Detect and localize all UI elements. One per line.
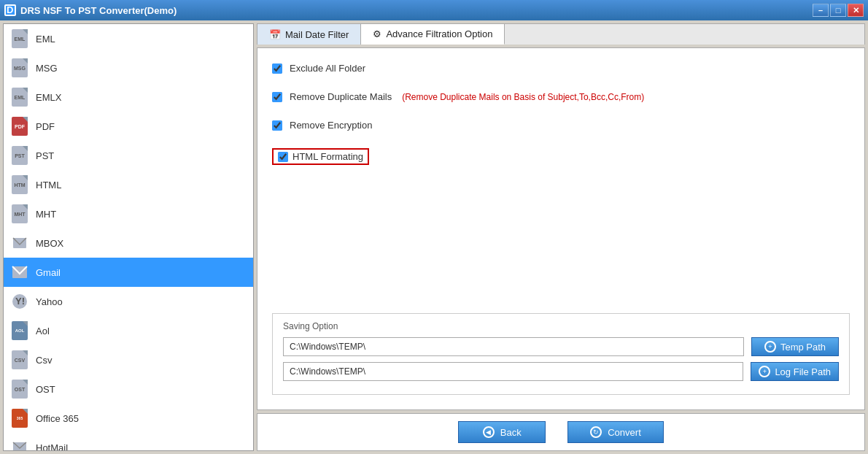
sidebar-label-eml: EML <box>36 34 55 45</box>
sidebar-item-office365[interactable]: 365 Office 365 <box>4 404 253 433</box>
back-button-label: Back <box>500 427 522 438</box>
exclude-all-folder-checkbox[interactable] <box>272 64 282 74</box>
sidebar-label-emlx: EMLX <box>36 92 61 103</box>
log-file-path-button[interactable]: + Log File Path <box>751 362 839 381</box>
msg-icon: MSG <box>11 58 28 78</box>
sidebar-item-pdf[interactable]: PDF PDF <box>4 112 253 141</box>
tab-mail-date-filter[interactable]: 📅 Mail Date Filter <box>257 24 361 45</box>
close-button[interactable]: ✕ <box>848 4 864 17</box>
mbox-icon <box>11 233 28 253</box>
sidebar-label-msg: MSG <box>36 63 58 74</box>
tab-bar: 📅 Mail Date Filter ⚙ Advance Filtration … <box>257 23 865 45</box>
saving-title: Saving Option <box>283 321 839 331</box>
maximize-button[interactable]: □ <box>830 4 846 17</box>
sidebar-item-html[interactable]: HTM HTML <box>4 170 253 199</box>
remove-encryption-label: Remove Encryption <box>290 120 372 131</box>
sidebar-label-pdf: PDF <box>36 121 55 132</box>
main-panel: Exclude All Folder Remove Duplicate Mail… <box>257 47 865 410</box>
sidebar-item-emlx[interactable]: EML EMLX <box>4 82 253 112</box>
exclude-all-folder-label: Exclude All Folder <box>290 63 365 74</box>
convert-button[interactable]: ↻ Convert <box>567 421 664 443</box>
remove-encryption-checkbox[interactable] <box>272 120 282 131</box>
tab-advance-filtration[interactable]: ⚙ Advance Filtration Option <box>361 24 505 45</box>
log-file-path-input[interactable] <box>283 362 743 381</box>
sidebar-label-csv: Csv <box>36 355 52 366</box>
sidebar-label-ost: OST <box>36 384 55 395</box>
log-file-path-button-label: Log File Path <box>775 366 831 377</box>
remove-duplicate-mails-hint: (Remove Duplicate Mails on Basis of Subj… <box>402 92 644 102</box>
app-icon: D <box>4 4 16 16</box>
temp-path-input[interactable] <box>283 337 744 356</box>
svg-text:D: D <box>7 6 13 15</box>
office365-icon: 365 <box>11 408 28 428</box>
sidebar-item-hotmail[interactable]: HotMail <box>4 433 253 451</box>
sidebar-label-pst: PST <box>36 150 54 161</box>
sidebar-label-yahoo: Yahoo <box>36 296 63 307</box>
emlx-icon: EML <box>11 87 28 107</box>
main-container: EML EML MSG MSG EML EMLX PDF PDF PST <box>0 20 868 454</box>
sidebar-item-aol[interactable]: AOL Aol <box>4 316 253 345</box>
remove-duplicate-mails-label: Remove Duplicate Mails <box>290 91 392 102</box>
html-formatting-label: HTML Formating <box>292 151 363 162</box>
sidebar-label-aol: Aol <box>36 326 50 336</box>
remove-duplicate-mails-row: Remove Duplicate Mails (Remove Duplicate… <box>272 91 850 102</box>
convert-icon: ↻ <box>590 426 602 438</box>
sidebar: EML EML MSG MSG EML EMLX PDF PDF PST <box>3 23 254 451</box>
temp-path-row: + Temp Path <box>283 337 839 356</box>
mht-icon: MHT <box>11 204 28 224</box>
title-bar-text: DRS NSF To PST Converter(Demo) <box>20 5 177 16</box>
bottom-bar: ◀ Back ↻ Convert <box>257 413 865 451</box>
remove-encryption-row: Remove Encryption <box>272 120 850 131</box>
aol-icon: AOL <box>11 320 28 341</box>
html-formatting-checkbox[interactable] <box>278 152 288 162</box>
tab-mail-date-label: Mail Date Filter <box>285 29 349 40</box>
sidebar-label-gmail: Gmail <box>36 267 61 278</box>
sidebar-item-pst[interactable]: PST PST <box>4 141 253 170</box>
sidebar-label-office365: Office 365 <box>36 413 79 424</box>
html-icon: HTM <box>11 174 28 195</box>
sidebar-label-html: HTML <box>36 180 61 191</box>
minimize-button[interactable]: – <box>813 4 829 17</box>
back-button[interactable]: ◀ Back <box>458 421 546 443</box>
exclude-all-folder-row: Exclude All Folder <box>272 63 850 74</box>
window-controls: – □ ✕ <box>813 4 864 17</box>
title-bar: D DRS NSF To PST Converter(Demo) – □ ✕ <box>0 0 868 20</box>
eml-icon: EML <box>11 28 28 49</box>
html-formatting-row: HTML Formating <box>272 148 850 165</box>
sidebar-item-ost[interactable]: OST OST <box>4 374 253 404</box>
temp-path-button[interactable]: + Temp Path <box>751 337 839 356</box>
yahoo-icon: Y! <box>11 291 28 312</box>
sidebar-item-gmail[interactable]: Gmail <box>4 258 253 287</box>
pdf-icon: PDF <box>11 116 28 136</box>
ost-icon: OST <box>11 379 28 399</box>
sidebar-item-mht[interactable]: MHT MHT <box>4 199 253 228</box>
pst-icon: PST <box>11 145 28 166</box>
options-area: Exclude All Folder Remove Duplicate Mail… <box>272 63 850 299</box>
saving-section: Saving Option + Temp Path + Log File Pat… <box>272 313 850 395</box>
sidebar-item-yahoo[interactable]: Y! Yahoo <box>4 287 253 316</box>
sidebar-label-mht: MHT <box>36 209 56 220</box>
temp-path-circle-icon: + <box>764 341 776 353</box>
sidebar-label-hotmail: HotMail <box>36 442 68 452</box>
svg-text:Y!: Y! <box>15 296 25 307</box>
right-content: 📅 Mail Date Filter ⚙ Advance Filtration … <box>257 23 865 451</box>
convert-button-label: Convert <box>608 427 641 438</box>
back-icon: ◀ <box>483 426 495 438</box>
sidebar-item-eml[interactable]: EML EML <box>4 24 253 53</box>
tab-advance-icon: ⚙ <box>373 28 381 39</box>
html-formatting-box: HTML Formating <box>272 148 369 165</box>
sidebar-item-msg[interactable]: MSG MSG <box>4 53 253 82</box>
csv-icon: CSV <box>11 350 28 370</box>
sidebar-label-mbox: MBOX <box>36 238 63 249</box>
log-file-path-row: + Log File Path <box>283 362 839 381</box>
log-file-path-circle-icon: + <box>759 366 770 377</box>
sidebar-item-mbox[interactable]: MBOX <box>4 228 253 258</box>
sidebar-item-csv[interactable]: CSV Csv <box>4 345 253 374</box>
tab-mail-date-icon: 📅 <box>269 29 281 40</box>
temp-path-button-label: Temp Path <box>780 342 826 353</box>
hotmail-icon <box>11 437 28 451</box>
tab-advance-label: Advance Filtration Option <box>386 28 492 39</box>
gmail-icon <box>11 262 28 282</box>
remove-duplicate-mails-checkbox[interactable] <box>272 92 282 102</box>
